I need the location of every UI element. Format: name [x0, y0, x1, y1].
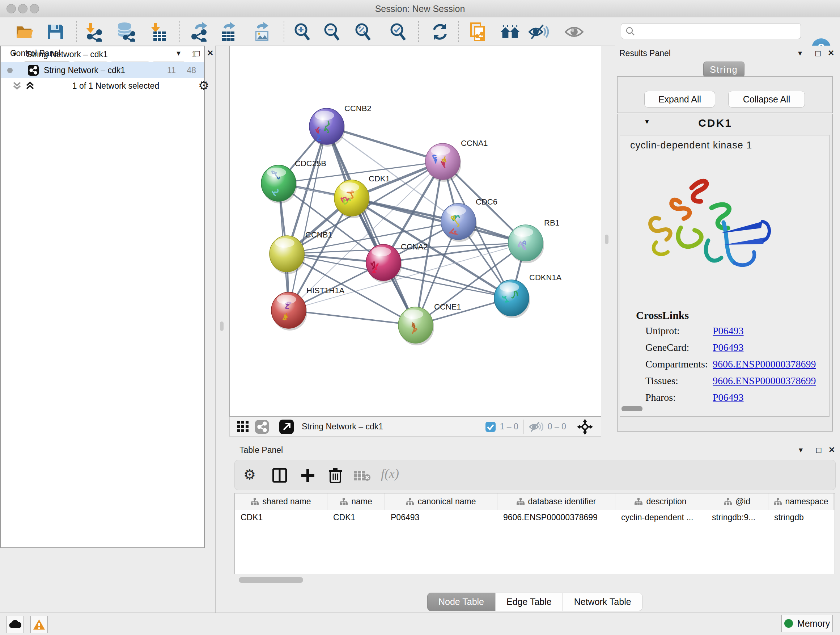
delete-table-icon[interactable]	[354, 470, 371, 482]
column-header-canonical-name[interactable]: canonical name	[385, 494, 497, 510]
search-input[interactable]	[638, 26, 791, 36]
cloud-button[interactable]	[6, 616, 24, 633]
column-header-name[interactable]: name	[327, 494, 385, 510]
table-cell[interactable]: CDK1	[327, 510, 385, 525]
zoom-selected-icon[interactable]	[388, 22, 409, 42]
add-column-icon[interactable]	[301, 468, 315, 483]
column-header--id[interactable]: @id	[706, 494, 768, 510]
tab-edge-table[interactable]: Edge Table	[495, 593, 563, 611]
results-panel-float-icon[interactable]: ◻	[815, 49, 821, 58]
network-bullet-icon	[7, 68, 13, 73]
zoom-fit-icon[interactable]	[353, 22, 373, 42]
hidden-eye-slash-icon[interactable]	[529, 421, 543, 432]
tab-network-table[interactable]: Network Table	[563, 593, 643, 611]
show-all-eye-icon[interactable]	[564, 22, 584, 42]
network-collection-row[interactable]: ▼ String Network – cdk1 1	[1, 46, 204, 62]
table-cell[interactable]: cyclin-dependent ...	[615, 510, 706, 525]
export-network-icon[interactable]	[189, 22, 210, 42]
column-header-description[interactable]: description	[615, 494, 706, 510]
string-badge-icon[interactable]	[255, 420, 269, 434]
import-table-file-icon[interactable]	[148, 22, 168, 42]
zoom-in-icon[interactable]	[292, 22, 313, 42]
right-splitter-handle[interactable]	[605, 234, 608, 244]
control-panel-close-icon[interactable]: ✕	[207, 49, 213, 58]
table-cell[interactable]: 9606.ENSP00000378699	[497, 510, 615, 525]
memory-button[interactable]: Memory	[782, 615, 833, 632]
gear-icon[interactable]: ⚙	[243, 467, 256, 483]
collapse-all-button[interactable]: Collapse All	[728, 91, 805, 108]
results-panel-close-icon[interactable]: ✕	[828, 49, 834, 58]
gear-icon[interactable]: ⚙	[198, 78, 209, 93]
expand-all-button[interactable]: Expand All	[644, 91, 715, 108]
column-header-shared-name[interactable]: shared name	[235, 494, 327, 510]
network-canvas[interactable]: CCNB2CCNA1CDC25BCDK1CDC6RB1CCNB1CCNA2CDK…	[229, 46, 601, 417]
function-builder-icon[interactable]: f(x)	[381, 466, 399, 481]
collapse-triangle-icon[interactable]: ▼	[11, 51, 18, 58]
string-network-graph[interactable]: CCNB2CCNA1CDC25BCDK1CDC6RB1CCNB1CCNA2CDK…	[230, 46, 601, 416]
network-node-ccna1[interactable]: CCNA1	[425, 139, 488, 182]
network-edge[interactable]	[289, 243, 526, 310]
selected-checkbox-icon[interactable]	[485, 422, 496, 432]
hide-selected-eye-slash-icon[interactable]	[529, 22, 549, 42]
results-panel-menu-icon[interactable]: ▾	[798, 49, 802, 58]
table-row[interactable]: CDK1CDK1P064939606.ENSP00000378699cyclin…	[235, 510, 835, 525]
network-row[interactable]: String Network – cdk1 11 48	[1, 62, 204, 78]
table-cell[interactable]: stringdb:9...	[706, 510, 768, 525]
crosslink-link[interactable]: 9606.ENSP00000378699	[713, 358, 816, 370]
table-cell[interactable]: stringdb	[768, 510, 834, 525]
pan-move-icon[interactable]	[577, 419, 593, 435]
crosslink-link[interactable]: P06493	[713, 325, 744, 337]
network-node-hist1h1a[interactable]: HIST1H1A	[271, 286, 344, 331]
network-node-cdc6[interactable]: CDC6	[441, 197, 497, 242]
network-node-cdk1[interactable]: CDK1	[334, 174, 390, 218]
table-panel-menu-icon[interactable]: ▾	[799, 445, 803, 455]
export-table-icon[interactable]	[218, 22, 238, 42]
memory-status-dot	[784, 619, 793, 628]
refresh-icon[interactable]	[430, 22, 450, 42]
birds-eye-view-icon[interactable]	[237, 421, 249, 433]
first-neighbors-icon[interactable]	[500, 22, 520, 42]
node-label: CDC25B	[295, 159, 326, 168]
node-table[interactable]: shared namenamecanonical namedatabase id…	[234, 493, 835, 574]
inner-scrollbar-thumb[interactable]	[622, 406, 643, 411]
search-box[interactable]	[621, 23, 801, 39]
clone-network-icon[interactable]	[469, 22, 489, 42]
network-node-rb1[interactable]: RB1	[508, 218, 560, 263]
network-node-cdkn1a[interactable]: CDKN1A	[494, 273, 562, 318]
export-image-icon[interactable]	[252, 22, 272, 42]
network-edge[interactable]	[289, 310, 416, 325]
crosslink-link[interactable]: P06493	[713, 342, 744, 353]
collapse-all-chevron-icon[interactable]	[12, 80, 22, 90]
column-header-namespace[interactable]: namespace	[768, 494, 834, 510]
collapse-triangle-icon[interactable]: ▼	[644, 119, 650, 126]
table-cell[interactable]: CDK1	[235, 510, 327, 525]
network-node-ccne1[interactable]: CCNE1	[398, 302, 461, 345]
network-edge[interactable]	[289, 126, 327, 310]
zoom-out-icon[interactable]	[322, 22, 342, 42]
tab-string[interactable]: String	[703, 62, 745, 78]
table-cell[interactable]: P06493	[385, 510, 497, 525]
crosslink-link[interactable]: 9606.ENSP00000378699	[713, 375, 816, 386]
expand-all-chevron-icon[interactable]	[25, 80, 35, 90]
import-network-database-icon[interactable]	[115, 22, 136, 42]
status-bar: Memory	[0, 613, 840, 635]
delete-column-trash-icon[interactable]	[328, 467, 343, 483]
table-panel-float-icon[interactable]: ◻	[815, 445, 822, 455]
show-columns-icon[interactable]	[272, 468, 287, 483]
network-edge[interactable]	[327, 126, 416, 325]
import-network-file-icon[interactable]	[84, 22, 104, 42]
crosslink-link[interactable]: P06493	[713, 392, 744, 403]
table-header-row: shared namenamecanonical namedatabase id…	[235, 494, 835, 510]
network-node-ccnb2[interactable]: CCNB2	[309, 104, 371, 147]
table-hscrollbar-thumb[interactable]	[239, 577, 303, 583]
column-header-database-identifier[interactable]: database identifier	[497, 494, 615, 510]
tab-node-table[interactable]: Node Table	[427, 593, 495, 611]
table-panel-close-icon[interactable]: ✕	[829, 445, 835, 455]
left-splitter-handle[interactable]	[220, 321, 224, 331]
open-session-icon[interactable]	[15, 22, 35, 42]
warnings-button[interactable]	[30, 616, 48, 633]
result-entry-name: CDK1	[672, 117, 759, 129]
open-in-new-icon[interactable]	[279, 420, 294, 434]
table-panel-title: Table Panel	[240, 445, 283, 455]
save-session-icon[interactable]	[45, 22, 65, 42]
